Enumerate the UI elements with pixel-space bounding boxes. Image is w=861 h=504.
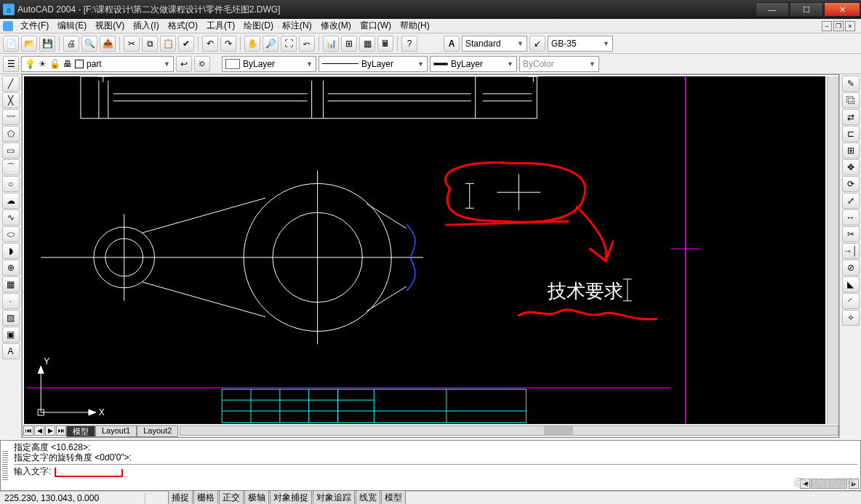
pan-button[interactable]: ✋: [244, 36, 260, 52]
preview-button[interactable]: 🔍: [81, 36, 97, 52]
status-polar[interactable]: 极轴: [244, 490, 269, 504]
offset-tool[interactable]: ⊏: [842, 126, 860, 142]
match-button[interactable]: ✔: [178, 36, 194, 52]
layer-prev-button[interactable]: ↩: [176, 56, 192, 72]
close-button[interactable]: ✕: [824, 2, 860, 17]
break-tool[interactable]: ⊘: [842, 260, 860, 276]
dimstyle-icon[interactable]: ↙: [529, 36, 545, 52]
status-lwt[interactable]: 线宽: [356, 490, 380, 504]
zoom-prev-button[interactable]: ⤺: [299, 36, 315, 52]
linetype-dropdown[interactable]: ByLayer▼: [319, 56, 428, 72]
menu-dim[interactable]: 标注(N): [278, 18, 316, 33]
textstyle-dropdown[interactable]: Standard▼: [462, 36, 527, 52]
erase-tool[interactable]: ✎: [842, 76, 860, 92]
move-tool[interactable]: ✥: [842, 159, 860, 175]
vertical-scrollbar[interactable]: [827, 76, 838, 424]
open-button[interactable]: 📂: [21, 36, 37, 52]
menu-view[interactable]: 视图(V): [91, 18, 129, 33]
menu-file[interactable]: 文件(F): [16, 18, 53, 33]
tab-last[interactable]: ⏭: [56, 425, 66, 436]
new-button[interactable]: 📄: [3, 36, 19, 52]
rectangle-tool[interactable]: ▭: [2, 143, 20, 159]
mdi-close[interactable]: ×: [845, 21, 855, 31]
paste-button[interactable]: 📋: [160, 36, 176, 52]
copy-tool[interactable]: ⿻: [842, 92, 860, 108]
save-button[interactable]: 💾: [39, 36, 55, 52]
pline-tool[interactable]: 〰: [2, 109, 20, 125]
minimize-button[interactable]: —: [756, 2, 789, 17]
menu-insert[interactable]: 插入(I): [129, 18, 163, 33]
tab-next[interactable]: ▶: [45, 425, 55, 436]
cut-button[interactable]: ✂: [124, 36, 140, 52]
trim-tool[interactable]: ✂: [842, 226, 860, 242]
extend-tool[interactable]: →│: [842, 243, 860, 259]
block-tool[interactable]: ▦: [2, 276, 20, 292]
publish-button[interactable]: 📤: [100, 36, 116, 52]
calc-button[interactable]: 🖩: [377, 36, 393, 52]
menu-tools[interactable]: 工具(T): [202, 18, 239, 33]
color-dropdown[interactable]: ByLayer▼: [222, 56, 316, 72]
status-snap[interactable]: 捕捉: [168, 490, 193, 504]
copy-button[interactable]: ⧉: [142, 36, 158, 52]
ellipse-tool[interactable]: ⬭: [2, 226, 20, 242]
menu-help[interactable]: 帮助(H): [396, 18, 434, 33]
point-tool[interactable]: ·: [2, 293, 20, 309]
dimstyle-dropdown[interactable]: GB-35▼: [548, 36, 613, 52]
mdi-restore[interactable]: ❐: [833, 21, 844, 31]
cmd-scroll-left[interactable]: ◀: [800, 479, 810, 489]
tab-layout1[interactable]: Layout1: [95, 425, 137, 437]
rotate-tool[interactable]: ⟳: [842, 176, 860, 192]
spline-tool[interactable]: ∿: [2, 209, 20, 225]
layer-states-button[interactable]: ⛭: [194, 56, 210, 72]
zoom-rt-button[interactable]: 🔎: [263, 36, 279, 52]
print-button[interactable]: 🖨: [63, 36, 79, 52]
menu-format[interactable]: 格式(O): [164, 18, 202, 33]
mdi-minimize[interactable]: –: [822, 21, 832, 31]
redo-button[interactable]: ↷: [220, 36, 236, 52]
undo-button[interactable]: ↶: [202, 36, 218, 52]
status-grid[interactable]: 栅格: [193, 490, 218, 504]
insert-tool[interactable]: ⊕: [2, 260, 20, 276]
cmd-scroll-right[interactable]: ▶: [849, 479, 859, 489]
arc-tool[interactable]: ⌒: [2, 159, 20, 175]
help-button[interactable]: ?: [401, 36, 417, 52]
mirror-tool[interactable]: ⇄: [842, 109, 860, 125]
tab-first[interactable]: ⏮: [23, 425, 33, 436]
region-tool[interactable]: ▣: [2, 327, 20, 343]
text-tool[interactable]: A: [2, 343, 20, 359]
revcloud-tool[interactable]: ☁: [2, 193, 20, 209]
menu-window[interactable]: 窗口(W): [356, 18, 396, 33]
line-tool[interactable]: ╱: [2, 76, 20, 92]
hatch-tool[interactable]: ▨: [2, 310, 20, 326]
properties-button[interactable]: 📊: [323, 36, 339, 52]
stretch-tool[interactable]: ↔: [842, 209, 860, 225]
mdi-app-icon[interactable]: [3, 21, 13, 31]
layer-dropdown[interactable]: 💡 ☀ 🔓 🖶 part ▼: [21, 56, 174, 72]
horizontal-scrollbar[interactable]: [180, 425, 838, 436]
chamfer-tool[interactable]: ◣: [842, 276, 860, 292]
lineweight-dropdown[interactable]: ByLayer▼: [430, 56, 517, 72]
coordinate-readout[interactable]: 225.230, 130.043, 0.000: [0, 493, 145, 503]
command-grip[interactable]: [2, 451, 8, 480]
status-otrack[interactable]: 对象追踪: [313, 490, 355, 504]
plotstyle-dropdown[interactable]: ByColor▼: [519, 56, 599, 72]
array-tool[interactable]: ⊞: [842, 143, 860, 159]
cmd-hscroll[interactable]: [811, 479, 847, 489]
ellipsearc-tool[interactable]: ◗: [2, 243, 20, 259]
designcenter-button[interactable]: ⊞: [341, 36, 357, 52]
status-ortho[interactable]: 正交: [219, 490, 244, 504]
menu-draw[interactable]: 绘图(D): [239, 18, 278, 33]
toolpalette-button[interactable]: ▦: [359, 36, 375, 52]
fillet-tool[interactable]: ◜: [842, 293, 860, 309]
polygon-tool[interactable]: ⬠: [2, 126, 20, 142]
tab-prev[interactable]: ◀: [34, 425, 44, 436]
maximize-button[interactable]: ☐: [790, 2, 823, 17]
zoom-win-button[interactable]: ⛶: [281, 36, 297, 52]
circle-tool[interactable]: ○: [2, 176, 20, 192]
status-model[interactable]: 模型: [381, 490, 406, 504]
tab-model[interactable]: 模型: [66, 425, 95, 437]
xline-tool[interactable]: ╳: [2, 92, 20, 108]
command-window[interactable]: 指定高度 <10.628>: 指定文字的旋转角度 <0d0'0">: 输入文字:…: [0, 440, 861, 491]
layer-manager-button[interactable]: ☰: [3, 56, 19, 72]
drawing-canvas[interactable]: 技术要求: [24, 76, 825, 424]
